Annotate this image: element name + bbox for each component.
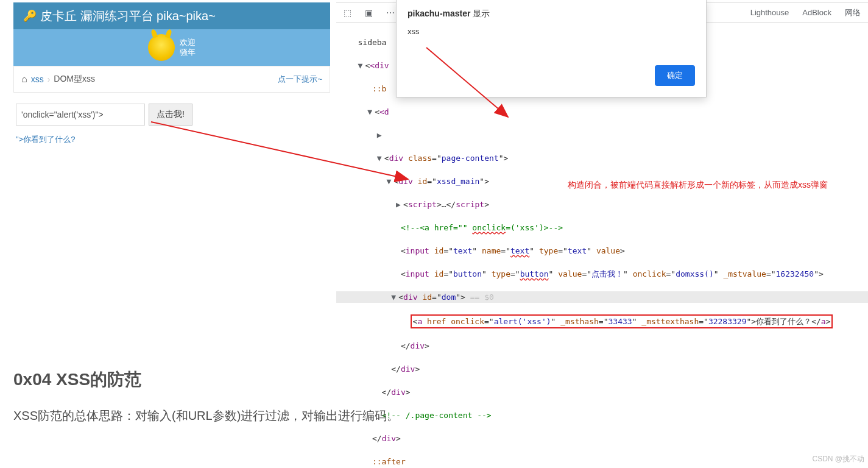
submit-button[interactable]: 点击我! — [149, 104, 192, 126]
hint-link[interactable]: 点一下提示~ — [278, 74, 322, 85]
alert-dialog: pikachu-master 显示 xss 确定 — [396, 0, 707, 98]
welcome-text: 欢迎 骚年 — [180, 38, 196, 57]
form-area: 点击我! ">你看到了什么? — [16, 104, 326, 145]
payload-input[interactable] — [16, 104, 145, 126]
breadcrumb: ⌂ xss › DOM型xss 点一下提示~ — [13, 66, 330, 93]
key-icon: 🔑 — [23, 9, 37, 23]
article-heading: 0x04 XSS的防范 — [13, 368, 855, 391]
annotation-text: 构造闭合，被前端代码直接解析形成一个新的标签，从而造成xss弹窗 — [568, 180, 828, 191]
mascot-icon — [148, 34, 175, 61]
more-icon[interactable]: ⋯ — [386, 8, 395, 18]
watermark: CSDN @挑不动 — [812, 454, 864, 464]
alert-message: xss — [397, 22, 706, 41]
app-title: 皮卡丘 漏洞练习平台 pika~pika~ — [40, 8, 216, 24]
article-section: 0x04 XSS的防范 XSS防范的总体思路：对输入(和URL参数)进行过滤，对… — [13, 368, 855, 425]
crumb-sep: › — [48, 74, 51, 84]
tab-network[interactable]: 网络 — [845, 7, 861, 18]
welcome-line2: 骚年 — [180, 48, 196, 57]
app-header: 🔑 皮卡丘 漏洞练习平台 pika~pika~ — [13, 2, 330, 29]
tab-lighthouse[interactable]: Lighthouse — [750, 8, 789, 17]
select-element-icon[interactable]: ⬚ — [344, 8, 351, 18]
result-link[interactable]: ">你看到了什么? — [16, 134, 326, 145]
crumb-dom-xss: DOM型xss — [54, 74, 95, 85]
device-toolbar-icon[interactable]: ▣ — [365, 8, 373, 18]
alert-ok-button[interactable]: 确定 — [655, 65, 695, 86]
alert-title: pikachu-master 显示 — [397, 0, 706, 22]
crumb-xss[interactable]: xss — [31, 74, 44, 84]
home-icon[interactable]: ⌂ — [21, 74, 27, 85]
welcome-bar: 欢迎 骚年 — [13, 29, 330, 66]
tab-adblock[interactable]: AdBlock — [802, 8, 831, 17]
welcome-line1: 欢迎 — [180, 38, 196, 48]
article-text: XSS防范的总体思路：对输入(和URL参数)进行过滤，对输出进行编码。 — [13, 406, 855, 425]
